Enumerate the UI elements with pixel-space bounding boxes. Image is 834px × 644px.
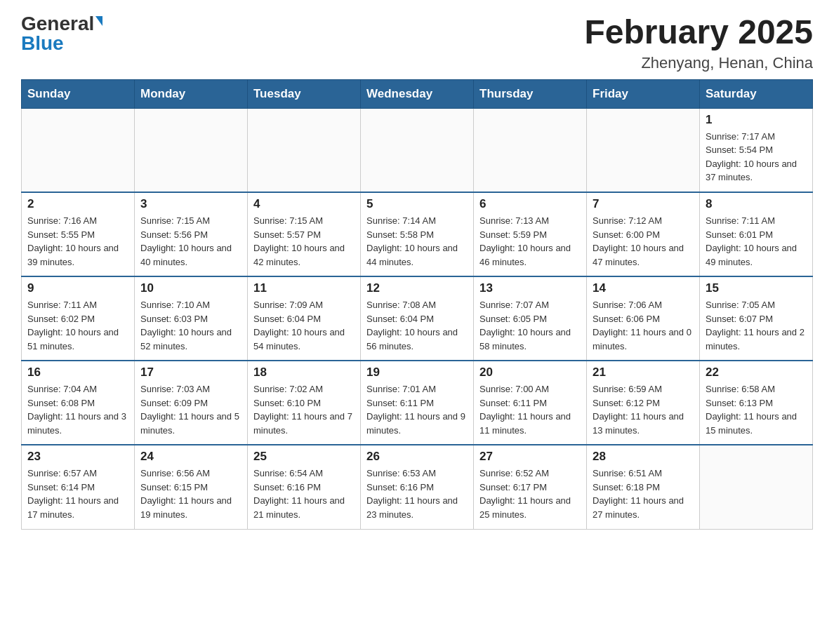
day-number: 28 <box>593 450 694 464</box>
day-info: Sunrise: 7:06 AM Sunset: 6:06 PM Dayligh… <box>593 298 694 353</box>
calendar-table: SundayMondayTuesdayWednesdayThursdayFrid… <box>21 79 813 530</box>
calendar-cell: 13Sunrise: 7:07 AM Sunset: 6:05 PM Dayli… <box>474 276 587 361</box>
day-number: 7 <box>593 197 694 211</box>
day-info: Sunrise: 6:58 AM Sunset: 6:13 PM Dayligh… <box>706 382 807 437</box>
calendar-cell: 16Sunrise: 7:04 AM Sunset: 6:08 PM Dayli… <box>22 361 135 445</box>
day-number: 11 <box>253 281 355 295</box>
day-number: 23 <box>27 450 128 464</box>
calendar-cell: 3Sunrise: 7:15 AM Sunset: 5:56 PM Daylig… <box>135 192 248 276</box>
day-info: Sunrise: 7:01 AM Sunset: 6:11 PM Dayligh… <box>366 382 468 437</box>
month-title: February 2025 <box>584 14 813 51</box>
day-info: Sunrise: 6:57 AM Sunset: 6:14 PM Dayligh… <box>27 467 128 521</box>
calendar-week-row: 16Sunrise: 7:04 AM Sunset: 6:08 PM Dayli… <box>22 361 813 445</box>
day-number: 6 <box>479 197 581 211</box>
calendar-cell: 4Sunrise: 7:15 AM Sunset: 5:57 PM Daylig… <box>248 192 361 276</box>
day-info: Sunrise: 7:15 AM Sunset: 5:57 PM Dayligh… <box>253 214 355 269</box>
day-number: 16 <box>27 365 128 380</box>
calendar-week-row: 2Sunrise: 7:16 AM Sunset: 5:55 PM Daylig… <box>22 192 813 276</box>
day-number: 21 <box>593 365 694 380</box>
day-info: Sunrise: 7:11 AM Sunset: 6:02 PM Dayligh… <box>27 298 128 353</box>
logo-arrow-icon <box>95 16 102 26</box>
day-number: 27 <box>479 450 581 464</box>
day-info: Sunrise: 7:10 AM Sunset: 6:03 PM Dayligh… <box>140 298 241 353</box>
calendar-cell: 23Sunrise: 6:57 AM Sunset: 6:14 PM Dayli… <box>22 445 135 529</box>
col-header-thursday: Thursday <box>474 79 587 108</box>
day-info: Sunrise: 6:54 AM Sunset: 6:16 PM Dayligh… <box>253 467 355 521</box>
day-info: Sunrise: 7:00 AM Sunset: 6:11 PM Dayligh… <box>479 382 581 437</box>
calendar-cell <box>587 108 700 192</box>
calendar-cell: 15Sunrise: 7:05 AM Sunset: 6:07 PM Dayli… <box>700 276 813 361</box>
day-info: Sunrise: 7:07 AM Sunset: 6:05 PM Dayligh… <box>479 298 581 353</box>
calendar-cell: 26Sunrise: 6:53 AM Sunset: 6:16 PM Dayli… <box>361 445 474 529</box>
day-number: 26 <box>366 450 468 464</box>
calendar-week-row: 9Sunrise: 7:11 AM Sunset: 6:02 PM Daylig… <box>22 276 813 361</box>
day-number: 25 <box>253 450 355 464</box>
day-number: 13 <box>479 281 581 295</box>
day-number: 1 <box>706 113 807 127</box>
calendar-cell: 18Sunrise: 7:02 AM Sunset: 6:10 PM Dayli… <box>248 361 361 445</box>
col-header-sunday: Sunday <box>22 79 135 108</box>
day-number: 14 <box>593 281 694 295</box>
col-header-wednesday: Wednesday <box>361 79 474 108</box>
day-info: Sunrise: 7:05 AM Sunset: 6:07 PM Dayligh… <box>706 298 807 353</box>
calendar-cell: 8Sunrise: 7:11 AM Sunset: 6:01 PM Daylig… <box>700 192 813 276</box>
calendar-cell: 7Sunrise: 7:12 AM Sunset: 6:00 PM Daylig… <box>587 192 700 276</box>
day-number: 9 <box>27 281 128 295</box>
day-number: 10 <box>140 281 241 295</box>
day-info: Sunrise: 7:09 AM Sunset: 6:04 PM Dayligh… <box>253 298 355 353</box>
day-info: Sunrise: 6:53 AM Sunset: 6:16 PM Dayligh… <box>366 467 468 521</box>
logo: General Blue <box>21 14 102 53</box>
day-info: Sunrise: 7:17 AM Sunset: 5:54 PM Dayligh… <box>706 130 807 185</box>
calendar-week-row: 1Sunrise: 7:17 AM Sunset: 5:54 PM Daylig… <box>22 108 813 192</box>
col-header-tuesday: Tuesday <box>248 79 361 108</box>
day-number: 20 <box>479 365 581 380</box>
col-header-monday: Monday <box>135 79 248 108</box>
calendar-cell: 25Sunrise: 6:54 AM Sunset: 6:16 PM Dayli… <box>248 445 361 529</box>
location-title: Zhenyang, Henan, China <box>584 54 813 72</box>
day-number: 19 <box>366 365 468 380</box>
calendar-cell: 12Sunrise: 7:08 AM Sunset: 6:04 PM Dayli… <box>361 276 474 361</box>
day-info: Sunrise: 6:51 AM Sunset: 6:18 PM Dayligh… <box>593 467 694 521</box>
page-header: General Blue February 2025 Zhenyang, Hen… <box>21 14 813 72</box>
calendar-cell: 21Sunrise: 6:59 AM Sunset: 6:12 PM Dayli… <box>587 361 700 445</box>
calendar-cell: 11Sunrise: 7:09 AM Sunset: 6:04 PM Dayli… <box>248 276 361 361</box>
day-info: Sunrise: 7:08 AM Sunset: 6:04 PM Dayligh… <box>366 298 468 353</box>
calendar-cell <box>700 445 813 529</box>
calendar-cell <box>474 108 587 192</box>
calendar-cell: 17Sunrise: 7:03 AM Sunset: 6:09 PM Dayli… <box>135 361 248 445</box>
day-info: Sunrise: 7:02 AM Sunset: 6:10 PM Dayligh… <box>253 382 355 437</box>
calendar-cell: 2Sunrise: 7:16 AM Sunset: 5:55 PM Daylig… <box>22 192 135 276</box>
calendar-cell: 28Sunrise: 6:51 AM Sunset: 6:18 PM Dayli… <box>587 445 700 529</box>
calendar-cell <box>135 108 248 192</box>
calendar-cell <box>248 108 361 192</box>
calendar-cell: 1Sunrise: 7:17 AM Sunset: 5:54 PM Daylig… <box>700 108 813 192</box>
day-number: 22 <box>706 365 807 380</box>
day-info: Sunrise: 7:16 AM Sunset: 5:55 PM Dayligh… <box>27 214 128 269</box>
calendar-cell: 27Sunrise: 6:52 AM Sunset: 6:17 PM Dayli… <box>474 445 587 529</box>
calendar-cell: 24Sunrise: 6:56 AM Sunset: 6:15 PM Dayli… <box>135 445 248 529</box>
calendar-cell <box>22 108 135 192</box>
day-info: Sunrise: 7:03 AM Sunset: 6:09 PM Dayligh… <box>140 382 241 437</box>
calendar-week-row: 23Sunrise: 6:57 AM Sunset: 6:14 PM Dayli… <box>22 445 813 529</box>
day-number: 15 <box>706 281 807 295</box>
logo-general-text: General <box>21 14 94 34</box>
calendar-cell: 5Sunrise: 7:14 AM Sunset: 5:58 PM Daylig… <box>361 192 474 276</box>
day-info: Sunrise: 7:13 AM Sunset: 5:59 PM Dayligh… <box>479 214 581 269</box>
day-number: 4 <box>253 197 355 211</box>
day-number: 8 <box>706 197 807 211</box>
day-info: Sunrise: 6:59 AM Sunset: 6:12 PM Dayligh… <box>593 382 694 437</box>
day-number: 18 <box>253 365 355 380</box>
day-number: 2 <box>27 197 128 211</box>
calendar-cell: 9Sunrise: 7:11 AM Sunset: 6:02 PM Daylig… <box>22 276 135 361</box>
day-info: Sunrise: 7:12 AM Sunset: 6:00 PM Dayligh… <box>593 214 694 269</box>
day-info: Sunrise: 7:04 AM Sunset: 6:08 PM Dayligh… <box>27 382 128 437</box>
day-number: 5 <box>366 197 468 211</box>
day-number: 24 <box>140 450 241 464</box>
calendar-cell: 14Sunrise: 7:06 AM Sunset: 6:06 PM Dayli… <box>587 276 700 361</box>
calendar-cell <box>361 108 474 192</box>
calendar-cell: 19Sunrise: 7:01 AM Sunset: 6:11 PM Dayli… <box>361 361 474 445</box>
logo-blue-text: Blue <box>21 34 64 53</box>
day-info: Sunrise: 6:52 AM Sunset: 6:17 PM Dayligh… <box>479 467 581 521</box>
day-number: 3 <box>140 197 241 211</box>
calendar-cell: 20Sunrise: 7:00 AM Sunset: 6:11 PM Dayli… <box>474 361 587 445</box>
